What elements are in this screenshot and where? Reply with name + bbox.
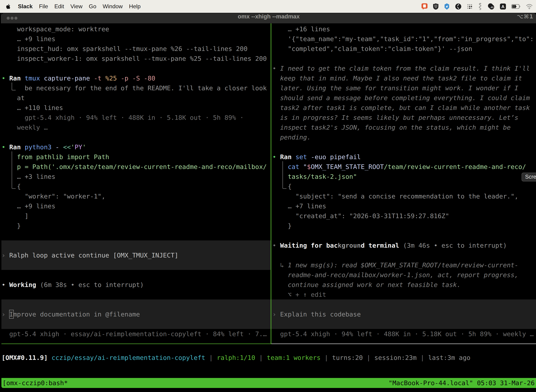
terminal-line: Ralph loop active continue [OMX_TMUX_INJ… xyxy=(9,250,178,260)
terminal-line: ] xyxy=(25,211,29,221)
terminal-line: • xyxy=(273,240,276,250)
tmux-host-clock: "MacBook-Pro-44.local" 05:03 31-Mar-26 xyxy=(389,378,535,388)
screen-tooltip: Scre xyxy=(522,173,536,182)
terminal-line: should send a message before completing … xyxy=(280,93,530,103)
terminal-line: inspect task2's JSON, focusing on the st… xyxy=(280,122,511,132)
terminal-line: Ran tmux capture-pane -t %25 -p -S -80 xyxy=(9,73,155,83)
output-elbow xyxy=(12,83,16,90)
terminal-line: p = Path('.omx/state/team/review-current… xyxy=(17,162,267,172)
input-source-a-icon[interactable]: A xyxy=(500,3,506,10)
terminal-line: • xyxy=(2,73,5,83)
terminal-line: ↳ xyxy=(280,260,284,270)
terminal-line: › xyxy=(2,309,5,319)
terminal-line: • xyxy=(273,63,276,73)
terminal-line: Ran set -euo pipefail xyxy=(280,152,361,162)
chat-icon[interactable] xyxy=(421,3,428,10)
terminal-line: at xyxy=(17,93,25,103)
battery-charging-icon[interactable] xyxy=(511,4,521,9)
speedtest-icon[interactable] xyxy=(444,3,450,10)
wifi-icon[interactable] xyxy=(526,4,533,9)
terminal-line: continue assigned work or next feasible … xyxy=(288,280,460,289)
tmux-session-name: [omx-cczip0:bash* xyxy=(2,378,68,388)
window-shortcut: ⌥⌘1 xyxy=(517,13,534,23)
terminal-line: • xyxy=(2,142,5,152)
terminal-line: cat "$OMX_TEAM_STATE_ROOT/team/review-cu… xyxy=(288,162,526,172)
tmux-status-bar: [omx-cczip0:bash* "MacBook-Pro-44.local"… xyxy=(1,378,536,388)
terminal-cursor xyxy=(9,310,14,319)
badge-61-icon[interactable]: ..61 xyxy=(488,3,494,10)
terminal-line: readme-and-reco/mailbox/worker-1.json, a… xyxy=(288,270,518,280)
terminal-line: … +9 lines xyxy=(17,34,55,44)
terminal-line: Explain this codebase xyxy=(280,309,361,319)
screen: Slack File Edit View Go Window Help ..61… xyxy=(0,0,536,392)
terminal[interactable]: [OMX#0.11.9] cczip/essay/ai-reimplementa… xyxy=(0,23,536,392)
terminal-line: ⌥ + ↑ edit xyxy=(288,289,326,299)
terminal-line: › xyxy=(273,309,276,319)
terminal-line: from pathlib import Path xyxy=(17,152,109,162)
terminal-line: } xyxy=(288,221,292,231)
terminal-line: "subject": "send a concise recommendatio… xyxy=(295,191,518,201)
terminal-line: } xyxy=(17,221,21,231)
terminal-line: task2 after task1 is complete, but can I… xyxy=(280,103,530,112)
menu-bar-status-icons: ..61 A xyxy=(421,3,533,10)
terminal-line: "worker": "worker-1", xyxy=(25,191,105,201)
terminal-line: keep that in mind. Maybe I also need the… xyxy=(280,73,522,83)
terminal-line: inspect_worker-1: omx sparkshell --tmux-… xyxy=(17,54,267,63)
omx-status-line: [OMX#0.11.9] cczip/essay/ai-reimplementa… xyxy=(2,353,470,363)
menu-item-help[interactable]: Help xyxy=(129,3,141,10)
arc-icon[interactable] xyxy=(455,3,461,10)
terminal-line: is in progress? It seems likely but perh… xyxy=(280,112,518,122)
window-title-bar[interactable]: omx --xhigh --madmax ⌥⌘1 xyxy=(1,13,536,23)
terminal-line: pending. xyxy=(280,132,311,142)
output-elbow xyxy=(12,151,16,189)
terminal-line: … +7 lines xyxy=(288,201,326,211)
terminal-line: inspect_hud: omx sparkshell --tmux-pane … xyxy=(17,44,247,54)
menu-item-go[interactable]: Go xyxy=(89,3,96,10)
terminal-line: • xyxy=(273,152,276,162)
terminal-line: be necessary for the end of the README. … xyxy=(25,83,267,93)
terminal-line: • xyxy=(2,280,5,289)
pane-divider[interactable] xyxy=(271,23,271,344)
terminal-line: … +9 lines xyxy=(17,201,55,211)
terminal-line: … +110 lines xyxy=(17,103,63,112)
terminal-line: weekly … xyxy=(17,122,48,132)
svg-text:A: A xyxy=(501,4,504,9)
shield-grid-icon[interactable] xyxy=(433,3,439,10)
terminal-line: { xyxy=(288,182,292,191)
terminal-line: '{"team_name":"my-team","task_id":"1","f… xyxy=(288,34,534,44)
terminal-line: … +16 lines xyxy=(288,24,330,34)
terminal-line: › xyxy=(2,250,5,260)
menu-item-view[interactable]: View xyxy=(70,3,82,10)
svg-text:..61: ..61 xyxy=(490,6,494,9)
terminal-line: "created_at": "2026-03-31T11:59:27.816Z" xyxy=(295,211,449,221)
terminal-line: gpt-5.4 xhigh · essay/ai-reimplementatio… xyxy=(9,329,267,339)
menu-item-window[interactable]: Window xyxy=(103,3,123,10)
terminal-line: later. Using the same for transition mig… xyxy=(280,83,518,93)
terminal-line: Improve documentation in @filename xyxy=(9,309,140,319)
terminal-line: 1 new msg(s): read $OMX_TEAM_STATE_ROOT/… xyxy=(288,260,518,270)
terminal-line: { xyxy=(17,182,21,191)
dots-grid-icon[interactable] xyxy=(467,4,473,9)
terminal-line: Working (6m 38s • esc to interrupt) xyxy=(9,280,144,289)
squiggle-icon[interactable] xyxy=(478,3,482,10)
window-title: omx --xhigh --madmax xyxy=(1,13,536,23)
terminal-line: gpt-5.4 xhigh · 94% left · 488K in · 5.1… xyxy=(280,329,534,339)
apple-menu-icon[interactable] xyxy=(6,4,11,9)
menu-app-name[interactable]: Slack xyxy=(18,3,33,10)
pane-border-bottom-right xyxy=(271,344,536,344)
terminal-line: I need to get the claim token from the c… xyxy=(280,63,530,73)
output-elbow xyxy=(282,161,287,189)
terminal-line: Waiting for background terminal (3m 46s … xyxy=(280,240,507,250)
terminal-line: "completed","claim_token":"claim-token"}… xyxy=(288,44,472,54)
menu-item-edit[interactable]: Edit xyxy=(54,3,64,10)
terminal-line: tasks/task-2.json" xyxy=(288,172,357,182)
terminal-line: … +3 lines xyxy=(17,172,55,182)
pane-border-bottom-left xyxy=(1,344,271,344)
terminal-line: Ran python3 - <<'PY' xyxy=(9,142,86,152)
menu-bar: Slack File Edit View Go Window Help ..61… xyxy=(0,0,536,13)
terminal-line: workspace_mode: worktree xyxy=(17,24,109,34)
menu-item-file[interactable]: File xyxy=(39,3,48,10)
terminal-line: gpt-5.4 xhigh · 94% left · 488K in · 5.1… xyxy=(25,112,244,122)
